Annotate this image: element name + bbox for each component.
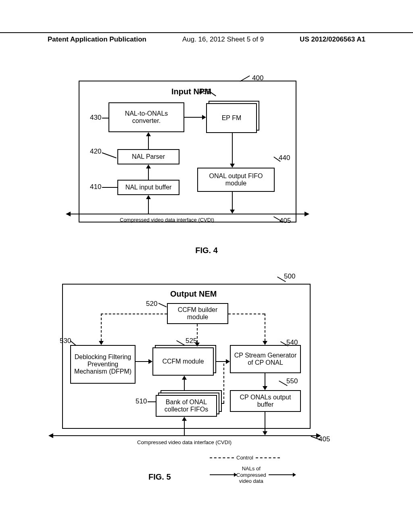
cvdi-bus-4: [70, 214, 305, 214]
arr-cvdi-410: [148, 199, 149, 214]
arr-430-435-head: [202, 115, 206, 120]
arr-435-440: [232, 133, 233, 164]
arr-530-525-head: [148, 359, 152, 364]
arr-540-550: [265, 373, 265, 386]
arr-530-525: [136, 361, 148, 362]
legend-nals-2: Compressed: [236, 472, 266, 478]
arr-410-420-head: [146, 164, 151, 168]
arr-540-550-head: [263, 386, 267, 390]
leader-430: [102, 118, 108, 118]
legend-dash-left: [210, 457, 234, 458]
header-center: Aug. 16, 2012 Sheet 5 of 9: [182, 35, 264, 44]
legend-nals: NALs of Compressed video data: [210, 466, 295, 484]
legend-control-text: Control: [236, 455, 253, 461]
leader-400: [240, 75, 250, 82]
arr-440-cvdi-head: [230, 210, 235, 214]
legend-solid-left: [210, 474, 234, 475]
arr-510-525-head: [182, 376, 187, 380]
fig4-caption: FIG. 4: [195, 246, 218, 255]
box-nal-input-buffer: NAL input buffer: [117, 180, 179, 195]
box-onal-output-fifo: ONAL output FIFO module: [197, 168, 275, 192]
fig5-container: Output NEM 500 CCFM builder module 520 D…: [52, 274, 307, 435]
dash-520-525: [197, 324, 198, 343]
ref-420: 420: [90, 148, 101, 156]
dash-525-510-v: [223, 364, 224, 403]
cvdi-bus-5: [52, 435, 317, 436]
arr-525-540: [216, 361, 226, 362]
header-right: US 2012/0206563 A1: [300, 35, 365, 44]
dash-525-510-h: [221, 403, 224, 404]
arr-550-cvdi-head: [263, 431, 267, 435]
ref-510: 510: [136, 397, 147, 405]
ref-530: 530: [60, 337, 71, 345]
arr-cvdi-510-head: [182, 417, 187, 421]
cvdi-label-5: Compressed video data interface (CVDI): [137, 439, 232, 445]
dash-520-530-h: [101, 314, 167, 314]
box-ccfm-module: CCFM module: [152, 347, 214, 376]
box-ccfm-builder: CCFM builder module: [167, 303, 228, 324]
arr-550-cvdi: [265, 412, 265, 431]
ref-430: 430: [90, 114, 101, 122]
arr-420-430: [148, 136, 149, 149]
box-dfpm: Deblocking Filtering Preventing Mechanis…: [70, 345, 136, 384]
arr-440-cvdi: [232, 192, 233, 210]
dash-520-540-v: [265, 314, 265, 341]
box-nal-to-onals: NAL-to-ONALs converter.: [108, 102, 184, 132]
box-epfm: EP FM: [206, 103, 257, 133]
arr-cvdi-410-head: [146, 195, 151, 199]
ref-500: 500: [284, 272, 295, 281]
fig5-caption: FIG. 5: [148, 472, 171, 482]
dash-520-540-h: [228, 314, 265, 314]
legend-solid-right: [269, 474, 293, 475]
ref-410: 410: [90, 183, 101, 191]
cvdi-label-4: Compressed video data interface (CVDI): [120, 217, 214, 223]
arr-420-430-head: [146, 132, 151, 136]
arr-410-420: [148, 168, 149, 180]
box-cp-onals-output: CP ONALs output buffer: [230, 390, 301, 412]
page-header: Patent Application Publication Aug. 16, …: [0, 32, 413, 44]
dash-520-525-head: [195, 343, 200, 347]
legend-nals-1: NALs of: [236, 466, 266, 472]
arr-430-435: [184, 117, 202, 118]
dash-520-530-v: [101, 314, 102, 341]
ref-520: 520: [146, 300, 157, 308]
leader-410: [102, 187, 117, 188]
header-left: Patent Application Publication: [48, 35, 146, 44]
legend-nals-text: NALs of Compressed video data: [236, 466, 266, 484]
ref-435: 435: [199, 88, 210, 96]
ref-400: 400: [252, 74, 263, 82]
arr-435-440-head: [230, 164, 235, 168]
legend-dash-right: [256, 457, 280, 458]
legend-nals-3: video data: [236, 478, 266, 484]
legend: Control NALs of Compressed video data: [210, 455, 295, 489]
dash-520-530-head: [99, 341, 104, 345]
leader-510: [148, 401, 156, 402]
box-nal-parser: NAL Parser: [117, 149, 179, 164]
arr-525-540-head: [226, 359, 230, 364]
fig5-title: Output NEM: [170, 289, 217, 299]
dash-520-540-head: [263, 341, 267, 345]
arr-cvdi-510: [184, 421, 185, 435]
legend-control: Control: [210, 455, 295, 461]
leader-420: [102, 152, 117, 158]
ref-550: 550: [286, 377, 298, 385]
box-cp-stream-gen: CP Stream Generator of CP ONAL: [230, 345, 301, 373]
fig4-container: Input NPM 400 NAL-to-ONALs converter. 43…: [79, 81, 296, 222]
box-bank-onal-fifos: Bank of ONAL collector FIFOs: [156, 395, 217, 417]
arr-510-525: [184, 380, 185, 390]
